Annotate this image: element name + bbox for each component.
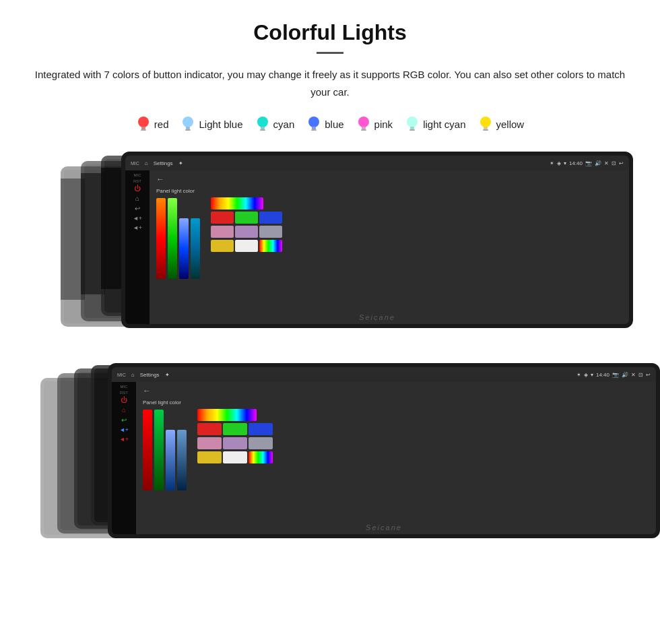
svg-rect-16 <box>410 127 414 129</box>
color-row: red Light blue cyan <box>27 115 633 133</box>
svg-rect-11 <box>311 129 317 131</box>
svg-point-15 <box>407 117 418 127</box>
color-item-red: red <box>136 115 169 133</box>
color-item-blue: blue <box>306 115 343 133</box>
svg-rect-10 <box>312 127 316 129</box>
cam-icon-top: 📷 <box>585 160 592 166</box>
signal-icon-bot: ◈ <box>584 372 588 378</box>
bulb-pink-icon <box>356 115 371 133</box>
svg-point-18 <box>480 117 491 127</box>
color-item-yellow: yellow <box>478 115 525 133</box>
sidebar-home-top: ⌂ <box>135 195 139 202</box>
color-item-pink: pink <box>356 115 393 133</box>
min-icon-top: ⊡ <box>612 160 616 166</box>
svg-point-0 <box>138 117 149 127</box>
header-description: Integrated with 7 colors of button indic… <box>27 66 633 100</box>
home-icon-bot: ⌂ <box>131 372 135 378</box>
back-icon-top: ↩ <box>619 160 624 166</box>
top-screen-section: MIC ⌂ Settings ✦ ✶ ◈ ▾ 14:40 📷 🔊 ✕ ⊡ <box>27 152 633 347</box>
color-label-pink: pink <box>374 119 393 130</box>
wifi-icon-top: ▾ <box>564 160 566 166</box>
sidebar-back-top: ↩ <box>135 205 140 212</box>
svg-rect-17 <box>409 129 415 131</box>
home-icon-top: ⌂ <box>145 160 148 166</box>
vol-icon-bot: 🔊 <box>622 372 628 378</box>
svg-rect-4 <box>186 127 190 129</box>
svg-rect-19 <box>484 127 488 129</box>
panel-label-top: Panel light color <box>156 188 200 194</box>
svg-rect-8 <box>260 129 265 131</box>
bulb-lightcyan-icon <box>405 115 420 133</box>
sidebar-rst-top: RST <box>133 179 141 183</box>
color-label-red: red <box>154 119 169 130</box>
sidebar-vol-down-bot: ◄+ <box>119 426 129 433</box>
back-arrow-top[interactable]: ← <box>156 174 622 184</box>
svg-rect-5 <box>185 129 191 131</box>
settings-label-bot: Settings <box>140 372 160 378</box>
color-item-lightcyan: light cyan <box>405 115 465 133</box>
sidebar-home-bot: ⌂ <box>122 406 126 414</box>
svg-point-3 <box>183 117 193 127</box>
svg-point-6 <box>257 117 268 127</box>
sidebar-mic-top: MIC <box>134 173 141 177</box>
color-label-yellow: yellow <box>496 119 525 130</box>
svg-rect-20 <box>483 129 488 131</box>
page-title: Colorful Lights <box>27 20 633 45</box>
back-icon-bot: ↩ <box>646 372 651 378</box>
page-container: Colorful Lights Integrated with 7 colors… <box>0 0 660 588</box>
cam-icon-bot: 📷 <box>612 372 619 378</box>
color-item-lightblue: Light blue <box>180 115 242 133</box>
svg-point-9 <box>308 117 319 127</box>
settings-icon-bot: ✦ <box>165 372 170 378</box>
panel-label-bot: Panel light color <box>143 399 187 406</box>
bulb-lightblue-icon <box>180 115 195 133</box>
settings-label-top: Settings <box>154 160 173 166</box>
bulb-blue-icon <box>306 115 321 133</box>
sidebar-power-top: ⏻ <box>134 185 141 192</box>
time-top: 14:40 <box>569 160 583 166</box>
time-bot: 14:40 <box>596 372 609 378</box>
svg-rect-2 <box>141 129 146 131</box>
wifi-icon-bot: ▾ <box>591 372 593 378</box>
signal-icon-top: ◈ <box>557 160 561 166</box>
settings-icon-top: ✦ <box>178 160 183 166</box>
close-icon-bot: ✕ <box>631 372 636 378</box>
bt-icon-bot: ✶ <box>576 372 581 378</box>
bottom-screen-section: MIC ⌂ Settings ✦ ✶ ◈ ▾ 14:40 📷 🔊 ✕ ⊡ <box>27 363 633 552</box>
sidebar-vol-up-bot: ◄+ <box>119 436 129 443</box>
bulb-red-icon <box>136 115 151 133</box>
svg-rect-1 <box>141 127 145 129</box>
svg-rect-14 <box>361 129 366 131</box>
min-icon-bot: ⊡ <box>638 372 643 378</box>
color-label-blue: blue <box>325 119 343 130</box>
sidebar-vol-up-top: ◄+ <box>133 224 142 231</box>
color-label-cyan: cyan <box>273 119 295 130</box>
close-icon-top: ✕ <box>604 160 609 166</box>
svg-rect-13 <box>362 127 366 129</box>
sidebar-vol-down-top: ◄+ <box>133 215 142 222</box>
sidebar-back-bot: ↩ <box>121 416 127 424</box>
back-arrow-bot[interactable]: ← <box>143 386 649 395</box>
sidebar-mic-bot: MIC <box>121 385 128 389</box>
svg-point-12 <box>358 117 369 127</box>
bulb-yellow-icon <box>478 115 493 133</box>
bulb-cyan-icon <box>255 115 270 133</box>
header-divider <box>317 52 343 54</box>
svg-rect-7 <box>261 127 265 129</box>
sidebar-power-bot: ⏻ <box>121 396 127 404</box>
vol-icon-top: 🔊 <box>595 160 601 166</box>
bt-icon-top: ✶ <box>550 160 554 166</box>
color-item-cyan: cyan <box>255 115 295 133</box>
color-label-lightcyan: light cyan <box>423 119 465 130</box>
mic-label-bot: MIC <box>117 373 126 377</box>
sidebar-rst-bot: RST <box>120 391 128 395</box>
mic-label-top: MIC <box>131 161 139 166</box>
color-label-lightblue: Light blue <box>199 119 242 130</box>
